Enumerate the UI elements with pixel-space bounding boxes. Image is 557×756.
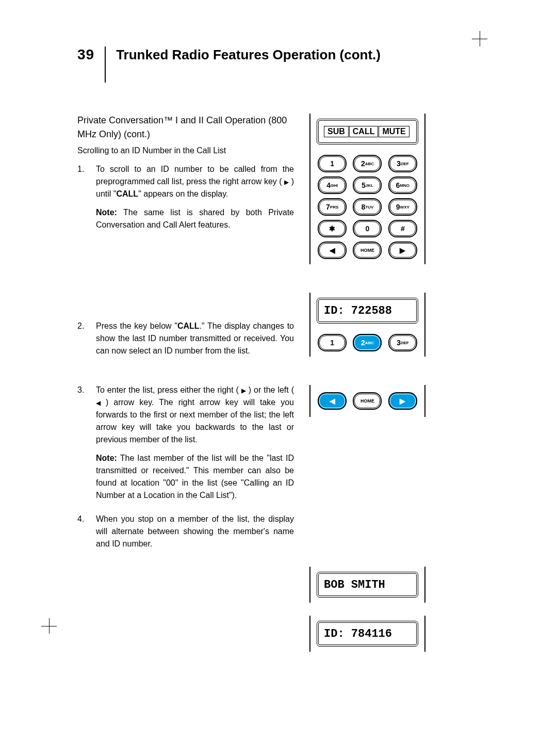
keypad-key: 1 <box>318 334 347 351</box>
keypad-key: 2ABC <box>353 334 382 351</box>
document-page: 39 Trunked Radio Features Operation (con… <box>0 0 557 703</box>
keypad-key: ◀ <box>318 392 347 410</box>
keypad-key: HOME <box>353 242 382 259</box>
content-row: Private Conversation™ I and II Call Oper… <box>77 114 505 652</box>
crop-mark-icon <box>472 31 487 46</box>
step-2: 2. Press the key below "CALL." The displ… <box>77 320 294 363</box>
step-text: ) arrow key. The right arrow key will ta… <box>96 398 294 444</box>
step-number: 3. <box>77 384 89 508</box>
keypad-key: 3DEF <box>388 155 417 172</box>
note-label: Note: <box>96 208 117 217</box>
step-number: 4. <box>77 513 89 556</box>
keypad-key: 6MNO <box>388 176 417 194</box>
step-text: Press the key below " <box>96 321 177 330</box>
subsection-subtitle: Scrolling to an ID Number in the Call Li… <box>77 144 294 157</box>
page-header: 39 Trunked Radio Features Operation (con… <box>77 46 505 83</box>
keypad-key: 1 <box>318 155 347 172</box>
keypad-key: 5JKL <box>353 176 382 194</box>
step-1: 1. To scroll to an ID number to be calle… <box>77 163 294 237</box>
step-text-bold: CALL <box>177 321 200 330</box>
keypad-key: ▶ <box>388 392 417 410</box>
step-text-bold: CALL <box>116 189 138 198</box>
device-figure-3: ◀HOME▶ <box>309 385 425 417</box>
step-text: ) or the left ( <box>246 385 294 394</box>
keypad-key: ✱ <box>318 220 347 237</box>
keypad: ◀HOME▶ <box>317 392 418 410</box>
keypad-key: ▶ <box>388 242 417 259</box>
keypad-key: 9WXY <box>388 198 417 216</box>
note-text: The same list is shared by both Private … <box>96 208 294 229</box>
lcd-segment: MUTE <box>379 126 409 137</box>
device-figure-5: ID: 784116 <box>309 616 425 652</box>
step-number: 2. <box>77 320 89 363</box>
figure-column: SUBCALLMUTE 12ABC3DEF4GHI5JKL6MNO7PRS8TU… <box>309 114 425 652</box>
step-number: 1. <box>77 163 89 237</box>
device-figure-2: ID: 722588 12ABC3DEF <box>309 293 425 357</box>
page-number: 39 <box>77 46 94 63</box>
step-text: " appears on the display. <box>138 189 228 198</box>
keypad-key: 0 <box>353 220 382 237</box>
keypad-key: ◀ <box>318 242 347 259</box>
step-4: 4. When you stop on a member of the list… <box>77 513 294 556</box>
device-figure-1: SUBCALLMUTE 12ABC3DEF4GHI5JKL6MNO7PRS8TU… <box>309 114 425 264</box>
keypad-key: HOME <box>353 392 382 410</box>
lcd-display: ID: 784116 <box>317 621 418 647</box>
title-divider <box>105 46 106 83</box>
step-text: When you stop on a member of the list, t… <box>96 513 294 550</box>
right-arrow-icon: ▶ <box>241 386 246 395</box>
right-arrow-icon: ▶ <box>284 178 289 187</box>
lcd-display: SUBCALLMUTE <box>317 119 418 144</box>
step-text: To scroll to an ID number to be called f… <box>96 165 294 186</box>
keypad: 12ABC3DEF4GHI5JKL6MNO7PRS8TUV9WXY✱0#◀HOM… <box>317 155 418 259</box>
page-title: Trunked Radio Features Operation (cont.) <box>116 46 381 64</box>
lcd-segment: SUB <box>324 126 349 137</box>
note-text: The last member of the list will be the … <box>96 454 294 500</box>
step-text: To enter the list, press either the righ… <box>96 385 241 394</box>
keypad-key: 2ABC <box>353 155 382 172</box>
left-arrow-icon: ◀ <box>96 398 101 408</box>
keypad-key: 3DEF <box>388 334 417 351</box>
step-3: 3. To enter the list, press either the r… <box>77 384 294 508</box>
keypad-key: 7PRS <box>318 198 347 216</box>
subsection-title: Private Conversation™ I and II Call Oper… <box>77 114 294 141</box>
device-figure-4: BOB SMITH <box>309 567 425 603</box>
note-label: Note: <box>96 454 117 462</box>
text-column: Private Conversation™ I and II Call Oper… <box>77 114 294 652</box>
lcd-display: ID: 722588 <box>317 298 418 324</box>
keypad-key: # <box>388 220 417 237</box>
keypad-key: 8TUV <box>353 198 382 216</box>
lcd-display: BOB SMITH <box>317 572 418 598</box>
keypad: 12ABC3DEF <box>317 334 418 351</box>
lcd-segment: CALL <box>349 126 379 137</box>
crop-mark-icon <box>41 618 57 634</box>
keypad-key: 4GHI <box>318 176 347 194</box>
